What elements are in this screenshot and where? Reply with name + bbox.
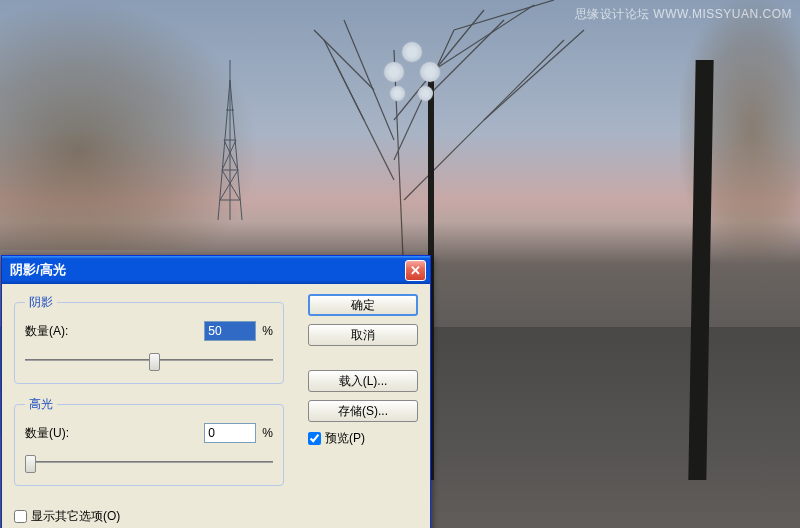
highlight-legend: 高光 [25, 396, 57, 413]
shadow-slider[interactable] [25, 351, 273, 369]
svg-line-22 [484, 30, 584, 120]
svg-line-16 [324, 40, 364, 120]
highlight-amount-input[interactable] [204, 423, 256, 443]
svg-line-8 [222, 170, 240, 200]
sky-area [0, 0, 800, 253]
dialog-titlebar[interactable]: 阴影/高光 ✕ [2, 256, 430, 284]
cancel-button[interactable]: 取消 [308, 324, 418, 346]
shadow-amount-input[interactable] [204, 321, 256, 341]
highlight-slider[interactable] [25, 453, 273, 471]
radio-tower [210, 60, 250, 223]
shadow-unit: % [262, 324, 273, 338]
shadow-group: 阴影 数量(A): % [14, 294, 284, 384]
preview-checkbox[interactable] [308, 432, 321, 445]
highlight-amount-label: 数量(U): [25, 425, 69, 442]
svg-line-19 [434, 5, 534, 70]
preview-label[interactable]: 预览(P) [325, 430, 365, 447]
svg-line-11 [394, 50, 404, 280]
svg-line-7 [220, 170, 238, 200]
shadow-legend: 阴影 [25, 294, 57, 311]
svg-line-20 [454, 0, 554, 30]
watermark-text: 思缘设计论坛 WWW.MISSYUAN.COM [575, 6, 793, 23]
show-more-label[interactable]: 显示其它选项(O) [31, 508, 120, 525]
highlight-slider-thumb[interactable] [25, 455, 36, 473]
highlight-unit: % [262, 426, 273, 440]
bare-tree-branches [304, 0, 604, 280]
shadow-amount-label: 数量(A): [25, 323, 68, 340]
save-button[interactable]: 存储(S)... [308, 400, 418, 422]
svg-line-15 [394, 10, 484, 120]
shadow-slider-thumb[interactable] [149, 353, 160, 371]
close-icon: ✕ [410, 263, 421, 278]
shadow-highlight-dialog: 阴影/高光 ✕ 阴影 数量(A): % 高光 [1, 255, 431, 528]
ok-button[interactable]: 确定 [308, 294, 418, 316]
highlight-group: 高光 数量(U): % [14, 396, 284, 486]
svg-line-14 [344, 20, 394, 140]
show-more-checkbox[interactable] [14, 510, 27, 523]
close-button[interactable]: ✕ [405, 260, 426, 281]
dialog-title: 阴影/高光 [10, 261, 405, 279]
load-button[interactable]: 载入(L)... [308, 370, 418, 392]
